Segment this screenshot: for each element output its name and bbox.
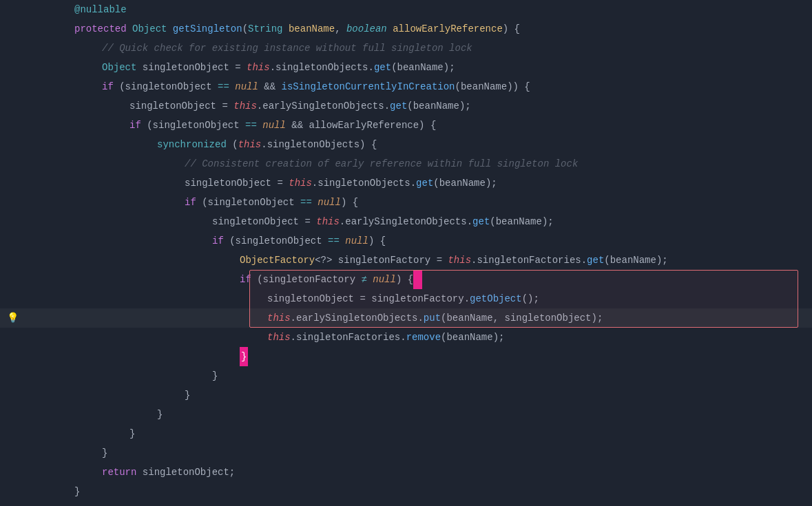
line-code-21: } xyxy=(41,386,812,405)
line-code-3: // Quick check for existing instance wit… xyxy=(41,39,812,58)
line-4: Object singletonObject = this.singletonO… xyxy=(0,58,812,77)
line-code-24: } xyxy=(41,443,812,463)
line-code-15: if (singletonFactory ≠ null) { xyxy=(41,270,812,289)
line-code-5: if (singletonObject == null && isSinglet… xyxy=(41,77,812,96)
line-5: if (singletonObject == null && isSinglet… xyxy=(0,77,812,96)
line-18: this.singletonFactories.remove(beanName)… xyxy=(0,328,812,347)
line-code-11: if (singletonObject == null) { xyxy=(41,193,812,212)
line-code-8: synchronized (this.singletonObjects) { xyxy=(41,135,812,154)
lightbulb-icon[interactable]: 💡 xyxy=(7,308,19,328)
line-3: // Quick check for existing instance wit… xyxy=(0,39,812,58)
line-code-13: if (singletonObject == null) { xyxy=(41,231,812,251)
line-25: return singletonObject; xyxy=(0,463,812,482)
line-16: singletonObject = singletonFactory.getOb… xyxy=(0,289,812,308)
line-2: protected Object getSingleton(String bea… xyxy=(0,19,812,39)
line-23: } xyxy=(0,424,812,443)
line-code-16: singletonObject = singletonFactory.getOb… xyxy=(41,289,812,308)
line-13: if (singletonObject == null) { xyxy=(0,231,812,251)
line-1: @nullable xyxy=(0,0,812,19)
line-10: singletonObject = this.singletonObjects.… xyxy=(0,173,812,193)
line-code-4: Object singletonObject = this.singletonO… xyxy=(41,58,812,77)
line-code-22: } xyxy=(41,405,812,424)
line-code-10: singletonObject = this.singletonObjects.… xyxy=(41,173,812,193)
line-26: } xyxy=(0,482,812,501)
line-21: } xyxy=(0,386,812,405)
line-code-14: ObjectFactory<?> singletonFactory = this… xyxy=(41,251,812,270)
line-15: if (singletonFactory ≠ null) { xyxy=(0,270,812,289)
line-code-18: this.singletonFactories.remove(beanName)… xyxy=(41,328,812,347)
line-code-7: if (singletonObject == null && allowEarl… xyxy=(41,116,812,135)
line-6: singletonObject = this.earlySingletonObj… xyxy=(0,96,812,116)
line-code-6: singletonObject = this.earlySingletonObj… xyxy=(41,96,812,116)
line-code-26: } xyxy=(41,482,812,501)
line-7: if (singletonObject == null && allowEarl… xyxy=(0,116,812,135)
line-11: if (singletonObject == null) { xyxy=(0,193,812,212)
line-24: } xyxy=(0,443,812,463)
line-code-19: } xyxy=(41,347,812,366)
line-22: } xyxy=(0,405,812,424)
line-code-25: return singletonObject; xyxy=(41,463,812,482)
line-code-20: } xyxy=(41,366,812,386)
line-9: // Consistent creation of early referenc… xyxy=(0,154,812,173)
line-17: 💡this.earlySingletonObjects.put(beanName… xyxy=(0,308,812,328)
line-code-23: } xyxy=(41,424,812,443)
line-code-1: @nullable xyxy=(41,0,812,19)
line-code-12: singletonObject = this.earlySingletonObj… xyxy=(41,212,812,231)
line-19: } xyxy=(0,347,812,366)
line-code-17: this.earlySingletonObjects.put(beanName,… xyxy=(41,308,812,328)
line-8: synchronized (this.singletonObjects) { xyxy=(0,135,812,154)
line-20: } xyxy=(0,366,812,386)
line-code-2: protected Object getSingleton(String bea… xyxy=(41,19,812,39)
line-code-9: // Consistent creation of early referenc… xyxy=(41,154,812,173)
line-14: ObjectFactory<?> singletonFactory = this… xyxy=(0,251,812,270)
line-12: singletonObject = this.earlySingletonObj… xyxy=(0,212,812,231)
code-editor[interactable]: @nullableprotected Object getSingleton(S… xyxy=(0,0,812,506)
